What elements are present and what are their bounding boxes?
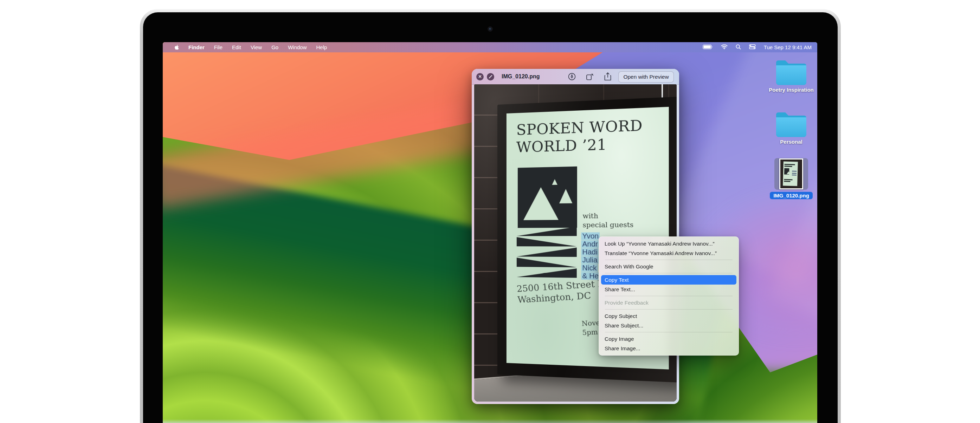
guest-name: Yvon bbox=[581, 232, 600, 240]
apple-logo-icon bbox=[174, 44, 180, 51]
menu-item-provide-feedback: Provide Feedback bbox=[599, 298, 738, 307]
close-icon: ✕ bbox=[478, 74, 482, 79]
folder-icon bbox=[775, 58, 808, 85]
guest-name: Andr bbox=[581, 240, 599, 248]
poster-subtitle-line1: with bbox=[583, 211, 634, 221]
wifi-icon[interactable] bbox=[721, 44, 728, 50]
share-icon bbox=[604, 72, 612, 81]
control-center-icon[interactable] bbox=[749, 44, 756, 50]
image-file-thumbnail bbox=[779, 159, 803, 189]
menu-view[interactable]: View bbox=[251, 44, 262, 50]
page: Finder File Edit View Go Window Help bbox=[0, 0, 980, 423]
thumbnail-photo bbox=[780, 159, 802, 188]
poster-title: SPOKEN WORD WORLD ’21 bbox=[516, 117, 643, 156]
rotate-icon bbox=[585, 72, 594, 81]
menu-item-share-text[interactable]: Share Text... bbox=[599, 285, 738, 294]
desktop-folder-personal[interactable]: Personal bbox=[764, 110, 817, 145]
folder-label: Poetry Inspiration bbox=[769, 87, 814, 93]
guest-name: Hadi bbox=[581, 248, 599, 256]
folder-label: Personal bbox=[780, 139, 802, 145]
menu-separator bbox=[605, 309, 733, 310]
menu-item-copy-image[interactable]: Copy Image bbox=[599, 334, 738, 343]
battery-icon[interactable] bbox=[703, 44, 713, 50]
menu-item-share-image[interactable]: Share Image... bbox=[599, 343, 738, 353]
menu-separator bbox=[605, 332, 733, 332]
close-button[interactable]: ✕ bbox=[476, 73, 484, 81]
poster-graphic-square bbox=[518, 167, 577, 228]
facetime-camera bbox=[488, 26, 493, 32]
apple-menu[interactable] bbox=[174, 44, 180, 51]
poster-guest-list-selected-text: Yvon Andr Hadi Julia Nick & He bbox=[581, 232, 600, 280]
menu-bar: Finder File Edit View Go Window Help bbox=[163, 42, 817, 52]
poster-graphic-tree bbox=[517, 227, 577, 281]
menu-go[interactable]: Go bbox=[271, 44, 278, 50]
slash-icon bbox=[488, 75, 492, 79]
thumbnail-poster bbox=[783, 161, 798, 186]
file-label-selected: IMG_0120.png bbox=[770, 192, 813, 199]
triangle-icon bbox=[559, 189, 572, 204]
menu-edit[interactable]: Edit bbox=[232, 44, 241, 50]
menu-bar-clock[interactable]: Tue Sep 12 9:41 AM bbox=[764, 44, 811, 50]
context-menu: Look Up “Yvonne Yamasaki Andrew Ivanov..… bbox=[599, 237, 739, 356]
window-title: IMG_0120.png bbox=[501, 73, 539, 80]
selection-highlight bbox=[774, 158, 808, 190]
share-button[interactable] bbox=[603, 72, 612, 81]
menu-bar-left: Finder File Edit View Go Window Help bbox=[163, 44, 327, 51]
menu-finder[interactable]: Finder bbox=[188, 44, 205, 50]
desktop-folder-poetry-inspiration[interactable]: Poetry Inspiration bbox=[764, 58, 817, 93]
guest-name: Nick bbox=[581, 264, 598, 272]
menu-file[interactable]: File bbox=[214, 44, 223, 50]
menu-item-search-with-google[interactable]: Search With Google bbox=[599, 262, 738, 271]
poster-title-line2: WORLD ’21 bbox=[516, 135, 643, 156]
menu-item-share-subject[interactable]: Share Subject... bbox=[599, 321, 738, 330]
menu-item-look-up[interactable]: Look Up “Yvonne Yamasaki Andrew Ivanov..… bbox=[599, 239, 738, 248]
quick-look-titlebar: ✕ IMG_0120.png bbox=[472, 69, 679, 85]
menu-separator bbox=[605, 296, 733, 296]
camera-lens-icon bbox=[489, 28, 492, 30]
menu-bar-status: Tue Sep 12 9:41 AM bbox=[703, 44, 817, 51]
markup-icon bbox=[568, 72, 576, 81]
folder-icon bbox=[775, 110, 808, 137]
markup-button[interactable] bbox=[567, 72, 576, 81]
menu-item-translate[interactable]: Translate “Yvonne Yamasaki Andrew Ivanov… bbox=[599, 248, 738, 258]
desktop-file-img-0120[interactable]: IMG_0120.png bbox=[764, 158, 817, 199]
desktop-screen: Finder File Edit View Go Window Help bbox=[163, 42, 817, 423]
menu-item-copy-subject[interactable]: Copy Subject bbox=[599, 311, 738, 321]
menu-separator bbox=[605, 273, 733, 274]
slash-button[interactable] bbox=[487, 73, 494, 81]
menu-help[interactable]: Help bbox=[317, 44, 327, 50]
open-with-preview-button[interactable]: Open with Preview bbox=[618, 71, 674, 83]
macbook-lid: Finder File Edit View Go Window Help bbox=[140, 9, 841, 423]
triangle-icon bbox=[523, 187, 558, 220]
poster-subtitle: with special guests bbox=[583, 211, 634, 230]
deck-reflection bbox=[163, 419, 817, 423]
menu-window[interactable]: Window bbox=[288, 44, 307, 50]
poster-subtitle-line2: special guests bbox=[583, 220, 634, 230]
guest-name: Julia bbox=[581, 256, 599, 264]
rotate-button[interactable] bbox=[585, 72, 594, 81]
menu-item-copy-text[interactable]: Copy Text bbox=[601, 275, 737, 285]
spotlight-search-icon[interactable] bbox=[736, 44, 741, 51]
triangle-icon bbox=[552, 179, 557, 185]
